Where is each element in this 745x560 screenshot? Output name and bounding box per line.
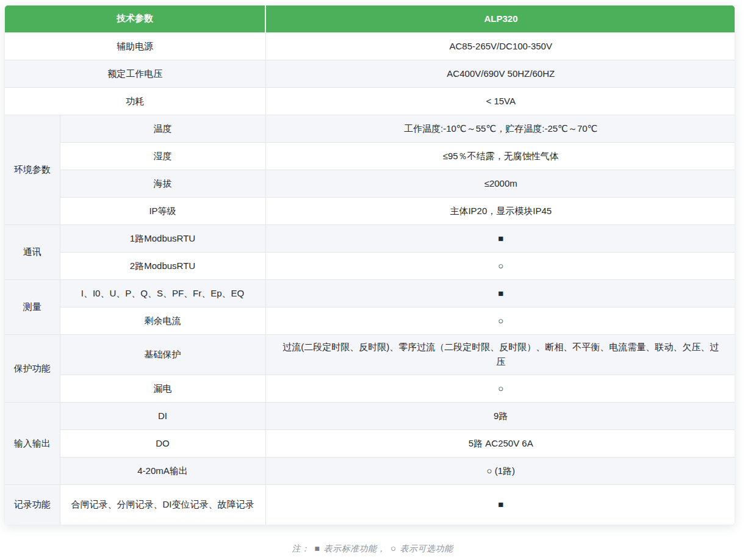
- row-ip-rating: IP等级 主体IP20，显示模块IP45: [5, 197, 735, 224]
- param-cell: 功耗: [5, 87, 265, 115]
- row-power-consumption: 功耗 < 15VA: [5, 87, 735, 115]
- value-cell: 过流(二段定时限、反时限)、零序过流（二段定时限、反时限）、断相、不平衡、电流需…: [265, 334, 735, 375]
- param-cell: 额定工作电压: [5, 60, 265, 87]
- value-cell: 工作温度:-10℃～55℃，贮存温度:-25℃～70℃: [265, 115, 735, 142]
- param-cell: 基础保护: [60, 334, 265, 375]
- row-basic-protection: 保护功能 基础保护 过流(二段定时限、反时限)、零序过流（二段定时限、反时限）、…: [5, 334, 735, 375]
- note-optional-label: 表示可选功能: [400, 544, 453, 553]
- param-cell: 1路ModbusRTU: [60, 224, 265, 252]
- group-cell-io: 输入输出: [5, 402, 60, 484]
- value-cell: ■: [265, 484, 735, 525]
- row-di: 输入输出 DI 9路: [5, 402, 735, 429]
- param-cell: I、I0、U、P、Q、S、PF、Fr、Ep、EQ: [60, 279, 265, 307]
- group-cell-records: 记录功能: [5, 484, 60, 525]
- value-cell: 5路 AC250V 6A: [265, 429, 735, 457]
- note-prefix: 注：: [292, 544, 309, 553]
- row-modbus-1: 通讯 1路ModbusRTU ■: [5, 224, 735, 252]
- group-cell-communication: 通讯: [5, 224, 60, 279]
- header-row: 技术参数 ALP320: [5, 5, 735, 32]
- legend-note: 注：■表示标准功能，○表示可选功能: [0, 543, 745, 555]
- param-cell: 合闸记录、分闸记录、DI变位记录、故障记录: [60, 484, 265, 525]
- row-aux-power: 辅助电源 AC85-265V/DC100-350V: [5, 32, 735, 60]
- value-cell: ○: [265, 252, 735, 279]
- param-cell: 4-20mA输出: [60, 457, 265, 484]
- value-cell: ○: [265, 375, 735, 402]
- param-cell: 温度: [60, 115, 265, 142]
- value-cell: AC400V/690V 50HZ/60HZ: [265, 60, 735, 87]
- optional-function-circle-icon: ○: [390, 543, 397, 553]
- group-cell-environment: 环境参数: [5, 115, 60, 224]
- note-standard-label: 表示标准功能，: [323, 544, 386, 553]
- row-modbus-2: 2路ModbusRTU ○: [5, 252, 735, 279]
- param-cell: DO: [60, 429, 265, 457]
- param-cell: 湿度: [60, 142, 265, 170]
- value-cell: ≤2000m: [265, 170, 735, 197]
- row-altitude: 海拔 ≤2000m: [5, 170, 735, 197]
- row-rated-voltage: 额定工作电压 AC400V/690V 50HZ/60HZ: [5, 60, 735, 87]
- param-cell: 2路ModbusRTU: [60, 252, 265, 279]
- header-cell-param: 技术参数: [5, 5, 265, 32]
- value-cell: AC85-265V/DC100-350V: [265, 32, 735, 60]
- param-cell: IP等级: [60, 197, 265, 224]
- param-cell: DI: [60, 402, 265, 429]
- row-do: DO 5路 AC250V 6A: [5, 429, 735, 457]
- value-cell: < 15VA: [265, 87, 735, 115]
- row-humidity: 湿度 ≤95％不结露，无腐蚀性气体: [5, 142, 735, 170]
- row-leakage: 漏电 ○: [5, 375, 735, 402]
- row-4-20ma-output: 4-20mA输出 ○ (1路): [5, 457, 735, 484]
- value-cell: ○ (1路): [265, 457, 735, 484]
- param-cell: 海拔: [60, 170, 265, 197]
- header-cell-model: ALP320: [265, 5, 735, 32]
- value-cell: ■: [265, 224, 735, 252]
- param-cell: 辅助电源: [5, 32, 265, 60]
- value-cell: 主体IP20，显示模块IP45: [265, 197, 735, 224]
- page: 技术参数 ALP320 辅助电源 AC85-265V/DC100-350V 额定…: [0, 0, 745, 560]
- value-cell: ≤95％不结露，无腐蚀性气体: [265, 142, 735, 170]
- param-cell: 漏电: [60, 375, 265, 402]
- param-cell: 剩余电流: [60, 307, 265, 334]
- value-cell: 9路: [265, 402, 735, 429]
- spec-table: 技术参数 ALP320 辅助电源 AC85-265V/DC100-350V 额定…: [5, 5, 735, 525]
- value-cell: ○: [265, 307, 735, 334]
- spec-table-card: 技术参数 ALP320 辅助电源 AC85-265V/DC100-350V 额定…: [4, 5, 735, 525]
- row-temperature: 环境参数 温度 工作温度:-10℃～55℃，贮存温度:-25℃～70℃: [5, 115, 735, 142]
- group-cell-protection: 保护功能: [5, 334, 60, 402]
- group-cell-measurement: 测量: [5, 279, 60, 334]
- row-measurements: 测量 I、I0、U、P、Q、S、PF、Fr、Ep、EQ ■: [5, 279, 735, 307]
- row-residual-current: 剩余电流 ○: [5, 307, 735, 334]
- value-cell: ■: [265, 279, 735, 307]
- standard-function-square-icon: ■: [314, 544, 320, 553]
- row-records: 记录功能 合闸记录、分闸记录、DI变位记录、故障记录 ■: [5, 484, 735, 525]
